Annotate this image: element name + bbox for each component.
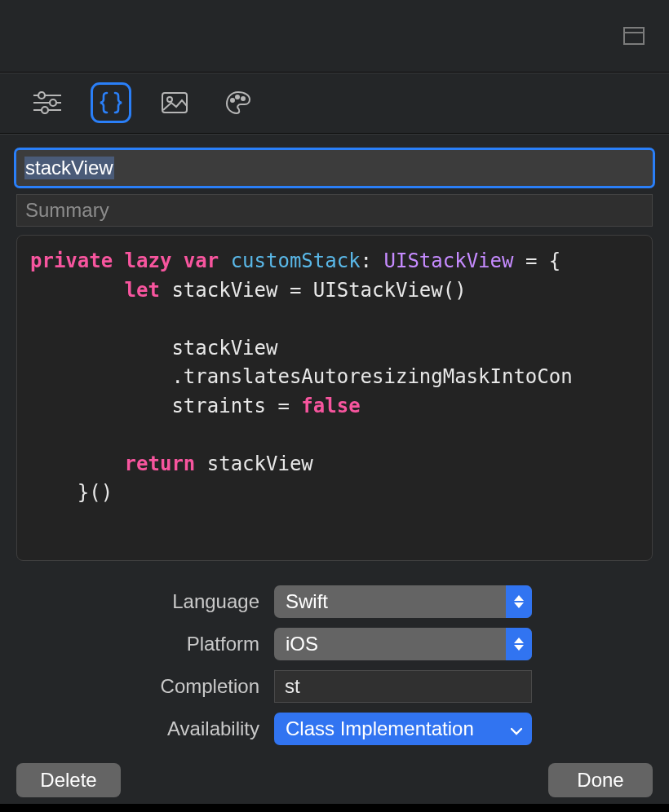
- stepper-icon: [506, 628, 532, 660]
- delete-button[interactable]: Delete: [16, 763, 121, 797]
- availability-select[interactable]: Class Implementation: [274, 713, 532, 745]
- image-icon[interactable]: [157, 85, 193, 121]
- svg-point-3: [50, 99, 56, 106]
- bottom-edge: [0, 804, 669, 812]
- titlebar: [0, 0, 669, 72]
- platform-label: Platform: [16, 633, 274, 655]
- platform-value: iOS: [286, 633, 318, 655]
- footer: Delete Done: [0, 763, 669, 797]
- language-label: Language: [16, 590, 274, 613]
- svg-point-9: [236, 95, 239, 99]
- content: stackView private lazy var customStack: …: [0, 134, 669, 745]
- language-value: Swift: [286, 590, 328, 613]
- stepper-icon: [506, 585, 532, 618]
- window-icon[interactable]: [623, 27, 645, 45]
- svg-point-1: [38, 92, 45, 99]
- language-select[interactable]: Swift: [274, 585, 532, 618]
- palette-icon[interactable]: [220, 85, 256, 121]
- platform-select[interactable]: iOS: [274, 628, 532, 660]
- availability-value: Class Implementation: [286, 717, 474, 740]
- completion-label: Completion: [16, 675, 274, 698]
- chevron-down-icon: [511, 717, 522, 740]
- snippet-title-input[interactable]: [16, 150, 653, 186]
- toolbar: [0, 73, 669, 133]
- svg-point-10: [241, 97, 245, 100]
- completion-input[interactable]: [274, 670, 532, 703]
- svg-point-5: [42, 107, 48, 113]
- snippet-form: Language Swift Platform iOS Completion A…: [16, 585, 653, 745]
- sliders-icon[interactable]: [29, 85, 65, 121]
- snippet-summary-input[interactable]: [16, 194, 653, 227]
- svg-point-7: [167, 97, 172, 102]
- svg-point-8: [231, 99, 234, 102]
- code-braces-icon[interactable]: [93, 85, 129, 121]
- title-field-wrap: stackView: [16, 150, 653, 186]
- code-editor[interactable]: private lazy var customStack: UIStackVie…: [16, 235, 653, 561]
- availability-label: Availability: [16, 717, 274, 740]
- done-button[interactable]: Done: [548, 763, 653, 797]
